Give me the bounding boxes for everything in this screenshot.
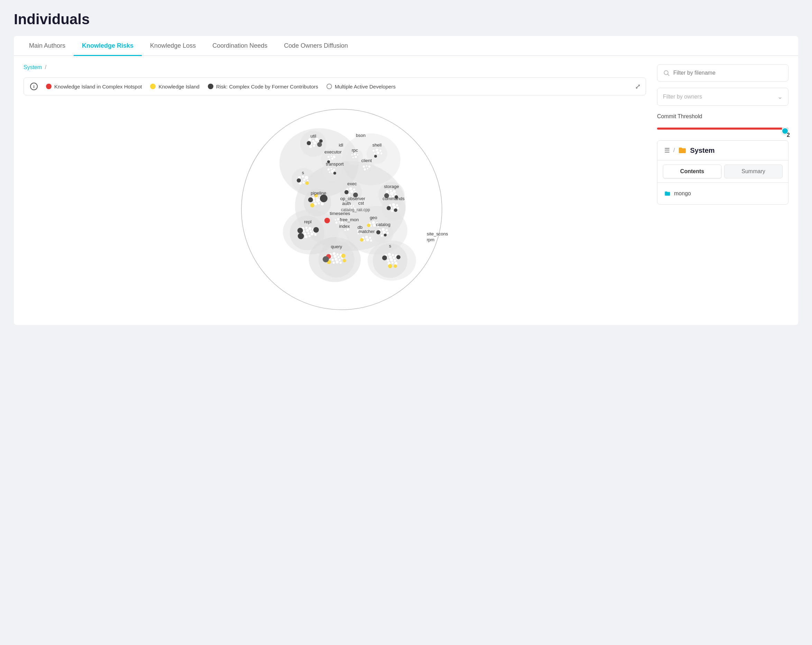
svg-text:rpm: rpm — [427, 237, 434, 242]
svg-text:exec: exec — [347, 181, 357, 186]
svg-point-211 — [391, 261, 394, 264]
svg-point-63 — [297, 178, 301, 183]
filter-owners-dropdown[interactable]: Filter by owners ⌄ — [657, 88, 789, 106]
tab-knowledge-risks[interactable]: Knowledge Risks — [74, 36, 142, 56]
svg-text:util: util — [311, 133, 316, 139]
svg-point-75 — [354, 156, 357, 158]
svg-point-59 — [307, 179, 309, 181]
svg-point-76 — [362, 165, 365, 168]
svg-point-175 — [369, 236, 371, 239]
tab-main-authors[interactable]: Main Authors — [21, 36, 74, 56]
folder-item-icon — [664, 191, 670, 197]
svg-point-216 — [394, 264, 397, 268]
svg-text:repl: repl — [304, 219, 311, 224]
svg-point-205 — [392, 256, 395, 259]
svg-point-169 — [308, 235, 311, 238]
svg-point-51 — [328, 171, 331, 173]
svg-point-72 — [353, 153, 356, 156]
svg-text:transport: transport — [326, 162, 344, 166]
svg-point-170 — [298, 228, 303, 233]
svg-point-190 — [338, 259, 341, 261]
svg-point-129 — [337, 218, 340, 221]
tab-code-owners-diffusion[interactable]: Code Owners Diffusion — [276, 36, 356, 56]
right-panel: Filter by owners ⌄ Commit Threshold 2 ☰ … — [657, 64, 789, 317]
folder-header: ☰ / System — [658, 141, 788, 160]
svg-text:site_scons: site_scons — [427, 231, 448, 236]
svg-point-128 — [334, 219, 336, 221]
svg-text:executor: executor — [324, 149, 342, 154]
svg-point-247 — [664, 70, 668, 75]
svg-point-83 — [353, 188, 356, 191]
svg-point-115 — [353, 205, 354, 207]
svg-point-40 — [307, 141, 311, 145]
svg-point-74 — [352, 157, 354, 159]
left-panel: System / i Knowledge Island in Complex H… — [23, 64, 646, 317]
svg-point-111 — [310, 203, 314, 207]
commit-threshold-label: Commit Threshold — [657, 113, 789, 120]
svg-text:s: s — [389, 243, 391, 249]
svg-point-152 — [386, 232, 389, 234]
folder-tab-contents[interactable]: Contents — [663, 165, 721, 178]
svg-point-198 — [323, 256, 329, 262]
tab-coordination-needs[interactable]: Coordination Needs — [204, 36, 276, 56]
page-container: Individuals Main Authors Knowledge Risks… — [0, 0, 812, 645]
filter-owners-label: Filter by owners — [663, 94, 702, 100]
svg-point-192 — [336, 260, 339, 264]
svg-point-80 — [366, 168, 369, 170]
visualization: util idl bson executor rpc shell transpo… — [23, 102, 646, 317]
svg-point-45 — [328, 158, 331, 160]
svg-point-73 — [357, 154, 359, 156]
breadcrumb: System / — [23, 64, 646, 70]
tab-knowledge-loss[interactable]: Knowledge Loss — [142, 36, 204, 56]
folder-item-name: mongo — [674, 191, 691, 197]
svg-text:shell: shell — [372, 142, 382, 148]
svg-point-154 — [384, 234, 387, 236]
svg-point-171 — [298, 233, 304, 239]
svg-point-134 — [344, 229, 346, 231]
svg-point-126 — [394, 209, 397, 212]
svg-point-88 — [345, 190, 349, 194]
svg-point-149 — [385, 229, 388, 232]
svg-text:query: query — [331, 244, 342, 249]
svg-point-193 — [339, 261, 342, 264]
folder-tab-summary[interactable]: Summary — [724, 165, 783, 178]
svg-point-197 — [343, 259, 346, 262]
svg-point-95 — [394, 193, 397, 196]
svg-point-177 — [366, 238, 369, 242]
svg-point-167 — [314, 233, 317, 236]
svg-point-79 — [363, 168, 366, 171]
list-item[interactable]: mongo — [664, 188, 781, 200]
svg-point-109 — [308, 197, 313, 202]
svg-point-36 — [309, 145, 312, 148]
svg-point-217 — [324, 218, 330, 223]
breadcrumb-system-link[interactable]: System — [23, 64, 42, 70]
svg-point-215 — [388, 264, 392, 268]
svg-point-42 — [327, 156, 330, 158]
legend-expand-icon[interactable]: ⤢ — [635, 82, 641, 91]
legend-info-icon[interactable]: i — [30, 82, 38, 90]
svg-text:storage: storage — [384, 184, 399, 189]
svg-point-68 — [376, 151, 380, 154]
svg-point-66 — [379, 149, 382, 152]
folder-header-name: System — [690, 146, 714, 154]
legend-item-multiple-active: Multiple Active Developers — [327, 84, 395, 90]
svg-point-172 — [313, 227, 319, 233]
svg-point-168 — [304, 235, 308, 238]
svg-point-77 — [366, 165, 368, 167]
svg-point-151 — [383, 230, 386, 234]
svg-point-64 — [372, 149, 375, 152]
filter-filename-input[interactable] — [673, 70, 783, 76]
svg-text:geo: geo — [370, 215, 377, 220]
legend-label-hotspot: Knowledge Island in Complex Hotspot — [54, 84, 142, 90]
svg-point-166 — [310, 232, 314, 236]
svg-point-41 — [317, 142, 322, 147]
folder-tab-bar: Contents Summary — [658, 160, 788, 183]
legend-item-risk: Risk: Complex Code by Former Contributor… — [208, 84, 318, 90]
svg-point-186 — [337, 256, 340, 259]
svg-point-55 — [302, 175, 304, 178]
legend-label-risk: Risk: Complex Code by Former Contributor… — [216, 84, 318, 90]
svg-text:matcher: matcher — [359, 229, 375, 234]
svg-point-191 — [332, 261, 335, 264]
folder-panel: ☰ / System Contents Summary — [657, 140, 789, 204]
breadcrumb-separator: / — [45, 64, 46, 70]
